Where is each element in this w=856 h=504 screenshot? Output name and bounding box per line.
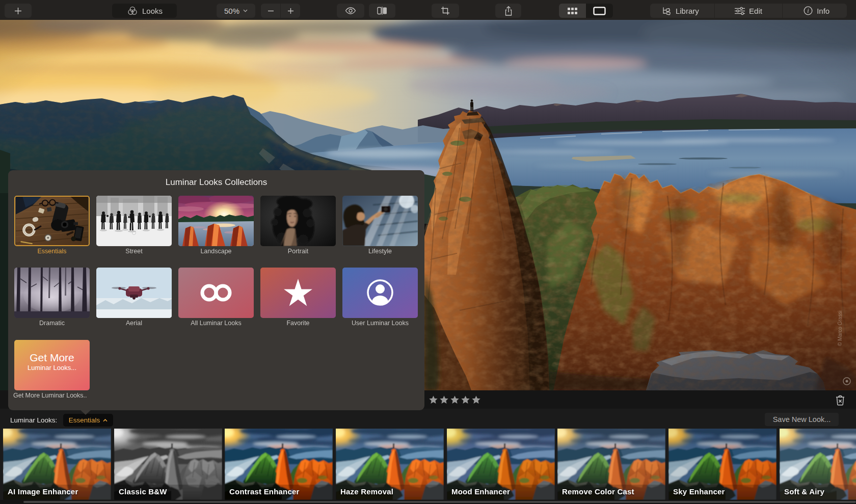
svg-text:© Marco Grassi: © Marco Grassi bbox=[837, 310, 843, 346]
svg-text:Luminar Looks...: Luminar Looks... bbox=[28, 364, 76, 372]
svg-text:i: i bbox=[807, 7, 809, 14]
svg-text:Get More: Get More bbox=[30, 352, 74, 363]
